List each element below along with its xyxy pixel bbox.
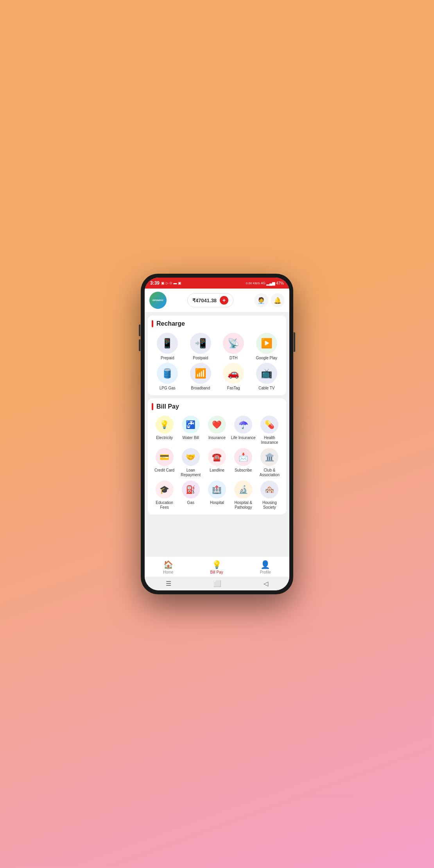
recharge-label: DTH (230, 356, 238, 360)
main-scroll-area[interactable]: Recharge 📱 Prepaid 📲 Postpaid 📡 DTH ▶️ G… (145, 312, 289, 556)
billpay-icon: ☂️ (234, 416, 252, 434)
status-bar: 3:39 ▣ ▷ ⊙ ▬ ▣ 0.00 KB/S 4G ▂▄▆ 47% (145, 278, 289, 289)
recharge-item-broadband[interactable]: 📶 Broadband (185, 363, 217, 391)
status-left: 3:39 ▣ ▷ ⊙ ▬ ▣ (150, 280, 181, 286)
data-speed: 0.00 KB/S (246, 282, 260, 285)
billpay-item-health-insurance[interactable]: 💊 Health Insurance (257, 416, 282, 445)
billpay-icon: ❤️ (208, 416, 226, 434)
profile-icon: 👤 (260, 560, 270, 569)
balance-amount: ₹47041.38 (192, 298, 217, 303)
recharge-item-cable-tv[interactable]: 📺 Cable TV (251, 363, 283, 391)
recharge-item-google-play[interactable]: ▶️ Google Play (251, 333, 283, 360)
bottom-navigation: 🏠 Home 💡 Bill Pay 👤 Profile (145, 556, 289, 577)
nav-billpay[interactable]: 💡 Bill Pay (210, 560, 223, 574)
add-money-button[interactable]: + (220, 296, 228, 305)
billpay-label: Housing Society (257, 500, 282, 510)
recharge-icon: 📺 (256, 363, 277, 384)
volume-down-button (139, 339, 140, 351)
balance-button[interactable]: ₹47041.38 + (187, 293, 233, 307)
phone-frame: 3:39 ▣ ▷ ⊙ ▬ ▣ 0.00 KB/S 4G ▂▄▆ 47% DPSN… (141, 274, 293, 594)
recharge-label: Prepaid (161, 356, 174, 360)
recharge-icon: ▶️ (256, 333, 277, 354)
billpay-icon: ☎️ (208, 448, 226, 466)
billpay-label: Education Fees (152, 500, 177, 510)
billpay-label: Insurance (208, 436, 226, 440)
android-back-button[interactable]: ◁ (264, 580, 268, 587)
billpay-icon: 💡 (212, 560, 222, 569)
recharge-icon: 📡 (223, 333, 244, 354)
billpay-section: Bill Pay 💡 Electricity 🚰 Water Bill ❤️ I… (148, 398, 286, 515)
power-button (294, 332, 295, 352)
recharge-label: Broadband (191, 386, 210, 391)
billpay-item-hospital-&-pathology[interactable]: 🔬 Hospital & Pathology (231, 481, 256, 510)
battery: 47% (276, 281, 284, 285)
billpay-item-loan-repayment[interactable]: 🤝 Loan Repayment (178, 448, 203, 477)
billpay-label: Hospital (210, 500, 224, 505)
recharge-item-lpg-gas[interactable]: 🛢️ LPG Gas (152, 363, 183, 391)
billpay-item-housing-society[interactable]: 🏘️ Housing Society (257, 481, 282, 510)
billpay-item-credit-card[interactable]: 💳 Credit Card (152, 448, 177, 477)
phone-screen: 3:39 ▣ ▷ ⊙ ▬ ▣ 0.00 KB/S 4G ▂▄▆ 47% DPSN… (145, 278, 289, 590)
billpay-item-hospital[interactable]: 🏥 Hospital (204, 481, 230, 510)
support-icon: 🧑‍💼 (257, 297, 265, 304)
billpay-item-electricity[interactable]: 💡 Electricity (152, 416, 177, 445)
billpay-label: Landline (210, 468, 224, 473)
status-icons-left: ▣ ▷ ⊙ ▬ ▣ (161, 281, 181, 285)
recharge-item-postpaid[interactable]: 📲 Postpaid (185, 333, 217, 360)
billpay-icon: 🎓 (156, 481, 174, 499)
billpay-label: Bill Pay (210, 570, 223, 574)
recharge-label: LPG Gas (160, 386, 176, 391)
billpay-label: Health Insurance (257, 436, 282, 445)
billpay-label: Club & Association (257, 468, 282, 477)
recharge-label: Google Play (256, 356, 277, 360)
nav-profile[interactable]: 👤 Profile (260, 560, 271, 574)
header-actions: 🧑‍💼 🔔 (254, 293, 285, 307)
billpay-grid: 💡 Electricity 🚰 Water Bill ❤️ Insurance … (152, 416, 282, 510)
billpay-label: Electricity (156, 436, 173, 440)
billpay-item-water-bill[interactable]: 🚰 Water Bill (178, 416, 203, 445)
recharge-icon: 🚗 (223, 363, 244, 384)
billpay-title: Bill Pay (152, 403, 282, 410)
billpay-label: Life Insurance (231, 436, 256, 440)
billpay-item-subscribe[interactable]: 📩 Subscribe (231, 448, 256, 477)
volume-up-button (139, 325, 140, 336)
app-logo: DPSNPAY (149, 292, 167, 309)
recharge-label: Cable TV (258, 386, 275, 391)
recharge-icon: 🛢️ (157, 363, 178, 384)
billpay-item-insurance[interactable]: ❤️ Insurance (204, 416, 230, 445)
recharge-label: FasTag (227, 386, 240, 391)
billpay-icon: 💊 (260, 416, 278, 434)
recharge-title: Recharge (152, 320, 282, 327)
signal-bars: ▂▄▆ (266, 281, 275, 285)
billpay-icon: 🏘️ (260, 481, 278, 499)
billpay-label: Credit Card (154, 468, 174, 473)
billpay-item-club-&-association[interactable]: 🏛️ Club & Association (257, 448, 282, 477)
status-icons-right: 0.00 KB/S 4G ▂▄▆ 47% (246, 281, 284, 285)
billpay-icon: 🤝 (182, 448, 200, 466)
profile-label: Profile (260, 570, 271, 574)
android-menu-button[interactable]: ☰ (166, 580, 171, 587)
billpay-icon: 💳 (156, 448, 174, 466)
app-header: DPSNPAY ₹47041.38 + 🧑‍💼 🔔 (145, 289, 289, 312)
billpay-item-landline[interactable]: ☎️ Landline (204, 448, 230, 477)
recharge-item-fastag[interactable]: 🚗 FasTag (218, 363, 249, 391)
billpay-item-gas[interactable]: ⛽ Gas (178, 481, 203, 510)
billpay-item-life-insurance[interactable]: ☂️ Life Insurance (231, 416, 256, 445)
recharge-item-prepaid[interactable]: 📱 Prepaid (152, 333, 183, 360)
recharge-item-dth[interactable]: 📡 DTH (218, 333, 249, 360)
billpay-item-education-fees[interactable]: 🎓 Education Fees (152, 481, 177, 510)
nav-home[interactable]: 🏠 Home (163, 560, 174, 574)
recharge-label: Postpaid (193, 356, 208, 360)
android-home-button[interactable]: ⬜ (213, 580, 221, 587)
notification-button[interactable]: 🔔 (271, 293, 285, 307)
recharge-icon: 📶 (190, 363, 211, 384)
recharge-icon: 📱 (157, 333, 178, 354)
recharge-icon: 📲 (190, 333, 211, 354)
billpay-label: Hospital & Pathology (231, 500, 256, 510)
billpay-label: Loan Repayment (178, 468, 203, 477)
home-label: Home (163, 570, 174, 574)
billpay-label: Subscribe (235, 468, 252, 473)
billpay-icon: 🚰 (182, 416, 200, 434)
billpay-icon: 🏛️ (260, 448, 278, 466)
support-button[interactable]: 🧑‍💼 (254, 293, 268, 307)
